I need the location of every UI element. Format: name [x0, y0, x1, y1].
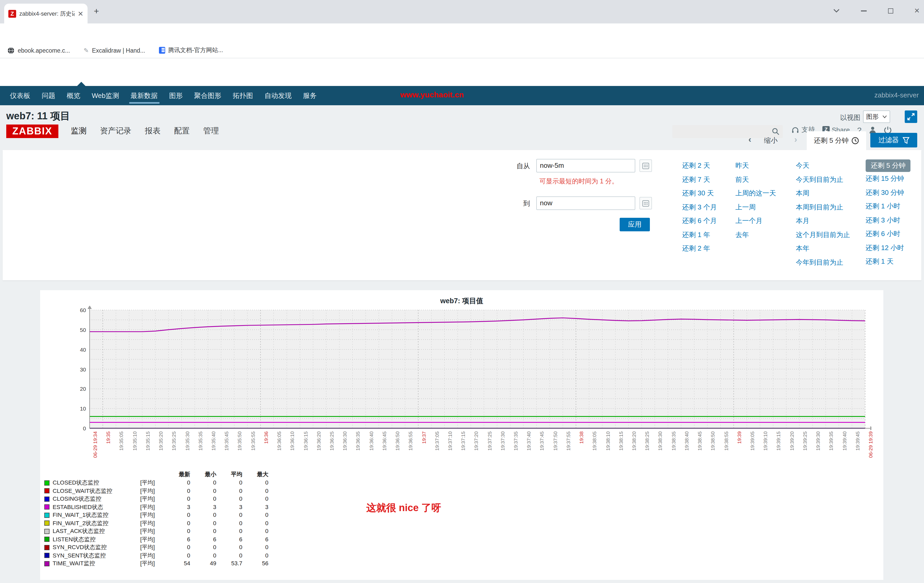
to-input[interactable]: now: [536, 196, 635, 210]
zoom-out-button[interactable]: 缩小: [764, 136, 777, 145]
menu-item-inventory[interactable]: 资产记录: [100, 126, 131, 136]
nav-item-dashboard[interactable]: 仪表板: [4, 86, 36, 105]
x-tick-label: 19:37: [421, 431, 427, 444]
quick-range-link[interactable]: 这个月到目前为止: [796, 228, 850, 242]
nav-item-overview[interactable]: 概览: [61, 86, 86, 105]
new-tab-button[interactable]: +: [94, 7, 99, 16]
x-tick-label: 19:35:35: [198, 431, 203, 451]
legend-item-func: [平均]: [140, 527, 164, 535]
apply-button[interactable]: 应用: [620, 218, 650, 231]
nav-item-problems[interactable]: 问题: [36, 86, 61, 105]
user-icon[interactable]: [869, 126, 876, 133]
nav-item-maps[interactable]: 拓扑图: [227, 86, 259, 105]
view-as-select[interactable]: 图形: [863, 110, 890, 123]
quick-range-link[interactable]: 还剩 2 天: [682, 159, 717, 173]
quick-range-link[interactable]: 还剩 1 天: [866, 255, 911, 268]
legend-item-name: FIN_WAIT_2状态监控: [53, 519, 140, 527]
legend-max-value: 0: [243, 519, 268, 527]
bookmark-item[interactable]: 腾讯文档-官方网站...: [159, 46, 223, 54]
from-calendar-button[interactable]: [639, 160, 652, 172]
nav-item-latest-data[interactable]: 最新数据: [125, 86, 163, 105]
quick-range-link[interactable]: 还剩 2 年: [682, 242, 717, 255]
nav-item-discovery[interactable]: 自动发现: [259, 86, 297, 105]
quick-range-link[interactable]: 还剩 30 天: [682, 186, 717, 200]
view-as-label: 以视图: [840, 113, 860, 122]
quick-range-link[interactable]: 还剩 3 个月: [682, 200, 717, 214]
x-tick-label: 19:37:25: [487, 431, 492, 451]
legend-item-name: TIME_WAIT监控: [53, 560, 140, 568]
quick-range-link[interactable]: 本年: [796, 242, 850, 255]
tab-close-icon[interactable]: ✕: [78, 10, 83, 18]
quick-range-link[interactable]: 今年到目前为止: [796, 255, 850, 269]
quick-range-link[interactable]: 还剩 15 分钟: [866, 172, 911, 186]
search-icon[interactable]: [772, 128, 780, 135]
quick-range-link[interactable]: 还剩 30 分钟: [866, 186, 911, 199]
quick-range-link[interactable]: 昨天: [735, 159, 776, 173]
x-tick-label: 19:35:15: [145, 431, 151, 451]
quick-range-link[interactable]: 今天到目前为止: [796, 173, 850, 186]
chart-title: web7: 项目值: [40, 296, 883, 306]
time-back-chevron[interactable]: ‹: [748, 134, 751, 145]
filter-button-label: 过滤器: [878, 135, 899, 145]
quick-range-link[interactable]: 还剩 6 小时: [866, 227, 911, 241]
menu-item-reports[interactable]: 报表: [145, 126, 160, 136]
window-close-button[interactable]: ✕: [914, 7, 920, 15]
nav-item-graphs[interactable]: 图形: [163, 86, 188, 105]
bookmark-item[interactable]: ✎ Excalidraw | Hand...: [84, 47, 145, 54]
nav-item-web[interactable]: Web监测: [86, 86, 125, 105]
x-tick-label: 19:39:40: [842, 431, 847, 451]
browser-toolbar: ← → 不安全 10.0.0.61/zabbix/history.php?sid…: [0, 23, 924, 43]
quick-ranges-column-2: 昨天前天上周的这一天上一周上一个月去年: [735, 159, 776, 242]
to-calendar-button[interactable]: [639, 197, 652, 209]
quick-range-link[interactable]: 去年: [735, 228, 776, 242]
fullscreen-button[interactable]: [905, 110, 917, 123]
browser-tab[interactable]: Z zabbix4-server: 历史记录 [每30 ✕: [4, 4, 87, 23]
quick-range-link[interactable]: 还剩 3 小时: [866, 213, 911, 227]
window-maximize-button[interactable]: [888, 8, 893, 13]
quick-range-link[interactable]: 本月: [796, 214, 850, 228]
x-tick-label: 19:39:30: [815, 431, 821, 451]
nav-item-services[interactable]: 服务: [297, 86, 322, 105]
x-tick-label: 19:38:55: [723, 431, 729, 451]
quick-range-link[interactable]: 还剩 5 分钟: [866, 160, 911, 172]
x-tick-label: 19:37:05: [434, 431, 440, 451]
nav-item-screens[interactable]: 聚合图形: [188, 86, 227, 105]
legend-item-func: [平均]: [140, 503, 164, 511]
time-filter-panel: 自从 now-5m 可显示最短的时间为 1 分。 到 now 应用 还剩 2 天…: [3, 150, 921, 280]
quick-range-link[interactable]: 本周到目前为止: [796, 200, 850, 214]
y-tick-label: 50: [61, 327, 86, 333]
legend-min-value: 0: [190, 511, 216, 519]
menu-item-monitoring[interactable]: 监测: [71, 126, 86, 136]
quick-range-link[interactable]: 上周的这一天: [735, 186, 776, 200]
legend-header-spacer: [53, 471, 140, 479]
window-minimize-button[interactable]: [861, 10, 867, 12]
time-forward-chevron[interactable]: ›: [794, 134, 797, 145]
y-tick-label: 30: [61, 366, 86, 372]
legend-item-func: [平均]: [140, 495, 164, 503]
quick-range-link[interactable]: 还剩 12 小时: [866, 241, 911, 255]
y-tick-label: 10: [61, 405, 86, 412]
zabbix-logo[interactable]: ZABBIX: [6, 125, 58, 138]
quick-range-link[interactable]: 本周: [796, 186, 850, 200]
legend-latest-value: 0: [164, 495, 190, 503]
x-tick-label: 19:38:20: [631, 431, 637, 451]
quick-range-link[interactable]: 还剩 1 小时: [866, 199, 911, 213]
quick-range-link[interactable]: 今天: [796, 159, 850, 173]
quick-range-link[interactable]: 上一个月: [735, 214, 776, 228]
time-range-tab[interactable]: 还剩 5 分钟: [807, 131, 866, 150]
quick-range-link[interactable]: 还剩 7 天: [682, 173, 717, 186]
quick-range-link[interactable]: 前天: [735, 173, 776, 186]
menu-item-configuration[interactable]: 配置: [174, 126, 190, 136]
logout-icon[interactable]: [884, 126, 892, 133]
from-input[interactable]: now-5m: [536, 159, 635, 173]
quick-range-link[interactable]: 上一周: [735, 200, 776, 214]
quick-range-link[interactable]: 还剩 1 年: [682, 228, 717, 242]
legend-latest-value: 0: [164, 527, 190, 535]
bookmark-item[interactable]: ebook.apecome.c...: [7, 47, 70, 54]
tab-search-chevron-icon[interactable]: [833, 8, 840, 13]
filter-button[interactable]: 过滤器: [870, 133, 917, 147]
menu-item-administration[interactable]: 管理: [203, 126, 219, 136]
legend-item-name: ESTABLISHED状态: [53, 503, 140, 511]
quick-range-link[interactable]: 还剩 6 个月: [682, 214, 717, 228]
legend-latest-value: 0: [164, 487, 190, 495]
